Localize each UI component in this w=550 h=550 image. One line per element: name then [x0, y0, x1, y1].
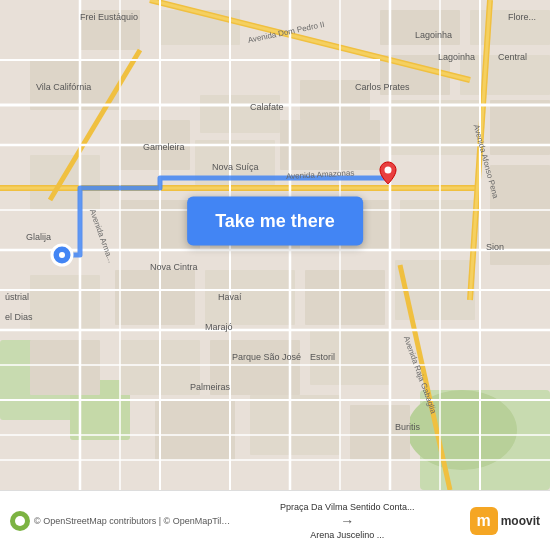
- svg-rect-30: [30, 340, 100, 395]
- take-me-there-button[interactable]: Take me there: [187, 196, 363, 245]
- route-info: Ppraça Da Vilma Sentido Conta... → Arena…: [231, 502, 464, 540]
- to-label: Arena Juscelino ...: [310, 530, 384, 540]
- svg-rect-12: [200, 95, 280, 133]
- svg-rect-35: [250, 395, 340, 455]
- svg-rect-33: [310, 330, 390, 385]
- svg-rect-28: [305, 270, 385, 325]
- moovit-text: moovit: [501, 514, 540, 528]
- svg-point-59: [385, 167, 392, 174]
- svg-rect-17: [390, 100, 480, 155]
- svg-rect-8: [470, 10, 550, 45]
- moovit-m-letter: m: [477, 512, 491, 530]
- arrow-icon: →: [340, 513, 354, 529]
- svg-rect-25: [30, 275, 100, 330]
- svg-rect-27: [205, 270, 295, 325]
- moovit-icon: m: [470, 507, 498, 535]
- svg-rect-11: [300, 80, 370, 120]
- svg-rect-34: [155, 400, 235, 460]
- svg-rect-32: [210, 340, 300, 395]
- from-label: Ppraça Da Vilma Sentido Conta...: [280, 502, 414, 512]
- map-container: Frei Eustáquio Lagoinha Lagoinha Central…: [0, 0, 550, 490]
- svg-rect-5: [80, 10, 140, 50]
- svg-rect-10: [460, 55, 550, 95]
- map-svg: [0, 0, 550, 490]
- attribution-text: © OpenStreetMap contributors | © OpenMap…: [34, 516, 231, 526]
- osm-logo-inner: [15, 516, 25, 526]
- svg-point-58: [59, 252, 65, 258]
- attribution-section: © OpenStreetMap contributors | © OpenMap…: [10, 511, 231, 531]
- svg-rect-7: [380, 10, 460, 45]
- bottom-bar: © OpenStreetMap contributors | © OpenMap…: [0, 490, 550, 550]
- svg-rect-26: [115, 270, 195, 325]
- svg-rect-36: [350, 405, 410, 460]
- svg-rect-19: [30, 155, 100, 210]
- moovit-logo: m moovit: [470, 507, 540, 535]
- svg-point-3: [407, 390, 517, 470]
- osm-logo: [10, 511, 30, 531]
- svg-rect-18: [490, 100, 550, 155]
